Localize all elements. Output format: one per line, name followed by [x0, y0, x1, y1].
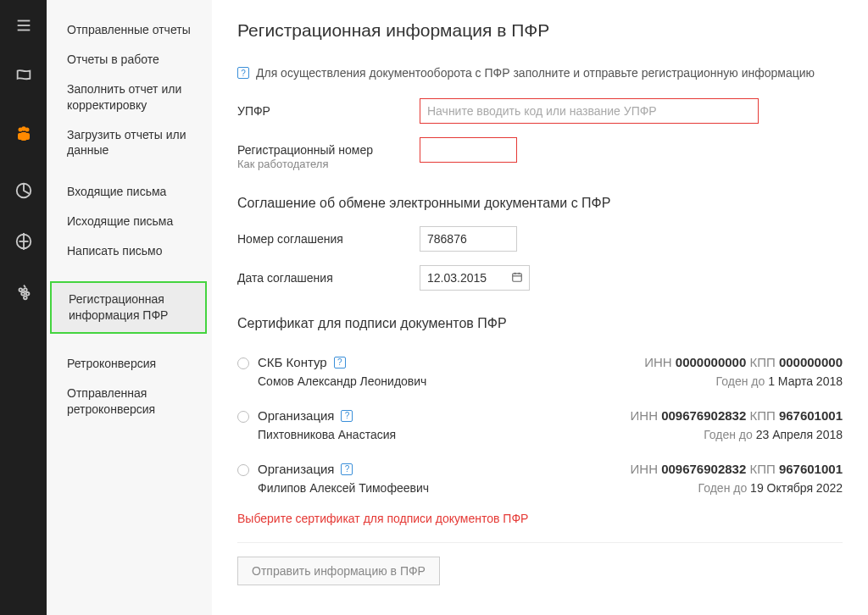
sidebar-item-sent-retro[interactable]: Отправленная ретроконверсия [47, 379, 212, 424]
rail-stats[interactable] [14, 180, 34, 201]
input-regnum[interactable] [420, 137, 517, 163]
cert-org: Организация ? [258, 408, 396, 423]
rail-reports[interactable] [14, 15, 34, 36]
main-content: Регистрационная информация в ПФР ? Для о… [212, 0, 868, 615]
cert-row[interactable]: СКБ Контур ?Сомов Александр ЛеонидовичИН… [237, 346, 843, 400]
sidebar-item-fill-report[interactable]: Заполнить отчет или корректировку [47, 75, 212, 120]
sidebar-item-reginfo-pfr[interactable]: Регистрационная информация ПФР [50, 281, 207, 334]
rail-people[interactable] [0, 110, 47, 157]
cert-org: СКБ Контур ? [258, 355, 426, 369]
sidebar-item-retro[interactable]: Ретроконверсия [47, 349, 212, 379]
help-icon[interactable]: ? [334, 357, 346, 368]
cert-radio[interactable] [237, 411, 249, 423]
svg-point-13 [19, 288, 22, 291]
label-agreement-num: Номер соглашения [237, 226, 420, 247]
app-root: Отправленные отчеты Отчеты в работе Запо… [0, 0, 868, 615]
svg-point-5 [21, 126, 26, 131]
page-title: Регистрационная информация в ПФР [237, 20, 843, 41]
rail-flag[interactable] [14, 66, 34, 86]
rail-target[interactable] [14, 231, 34, 252]
sidebar-item-inprogress[interactable]: Отчеты в работе [47, 45, 212, 75]
help-icon[interactable]: ? [341, 410, 353, 422]
svg-point-17 [24, 296, 27, 300]
sidebar-item-sent-reports[interactable]: Отправленные отчеты [47, 15, 212, 45]
cert-person: Сомов Александр Леонидович [258, 374, 426, 388]
agreement-heading: Соглашение об обмене электронными докуме… [237, 196, 843, 211]
svg-point-15 [21, 292, 25, 296]
sidebar-item-outbox[interactable]: Исходящие письма [47, 207, 212, 236]
input-upfr[interactable] [420, 98, 759, 124]
help-icon[interactable]: ? [237, 67, 249, 79]
cert-radio[interactable] [237, 357, 249, 369]
rail-grapes[interactable] [14, 282, 34, 302]
submit-button[interactable]: Отправить информацию в ПФР [237, 557, 440, 585]
info-text: Для осуществления документооборота с ПФР… [256, 66, 815, 80]
svg-rect-8 [20, 132, 26, 141]
footer: Отправить информацию в ПФР [237, 542, 843, 602]
cert-meta: ИНН 009676902832 КПП 967601001Годен до 2… [631, 408, 843, 441]
label-regnum: Регистрационный номер Как работодателя [237, 137, 420, 172]
cert-row[interactable]: Организация ?Филипов Алексей ТимофеевичИ… [237, 453, 843, 507]
sidebar: Отправленные отчеты Отчеты в работе Запо… [47, 0, 212, 615]
cert-error: Выберите cертификат для подписи документ… [237, 512, 843, 525]
cert-heading: Сертификат для подписи документов ПФР [237, 316, 843, 331]
sidebar-item-inbox[interactable]: Входящие письма [47, 177, 212, 207]
info-line: ? Для осуществления документооборота с П… [237, 66, 843, 80]
help-icon[interactable]: ? [341, 463, 353, 475]
label-upfr: УПФР [237, 98, 420, 119]
input-agreement-date[interactable] [420, 265, 530, 291]
sidebar-item-compose[interactable]: Написать письмо [47, 236, 212, 266]
label-agreement-date: Дата соглашения [237, 265, 420, 285]
cert-meta: ИНН 0000000000 КПП 000000000Годен до 1 М… [644, 355, 843, 388]
cert-radio[interactable] [237, 464, 249, 476]
cert-meta: ИНН 009676902832 КПП 967601001Годен до 1… [631, 462, 843, 495]
cert-row[interactable]: Организация ?Пихтовникова АнастасияИНН 0… [237, 400, 843, 453]
cert-list: СКБ Контур ?Сомов Александр ЛеонидовичИН… [237, 346, 843, 507]
cert-person: Пихтовникова Анастасия [258, 428, 396, 441]
cert-org: Организация ? [258, 462, 429, 476]
svg-point-16 [25, 292, 29, 296]
nav-rail [0, 0, 47, 615]
input-agreement-num[interactable] [420, 226, 517, 252]
sidebar-item-upload[interactable]: Загрузить отчеты или данные [47, 120, 212, 166]
cert-person: Филипов Алексей Тимофеевич [258, 481, 429, 495]
svg-point-14 [24, 288, 27, 291]
